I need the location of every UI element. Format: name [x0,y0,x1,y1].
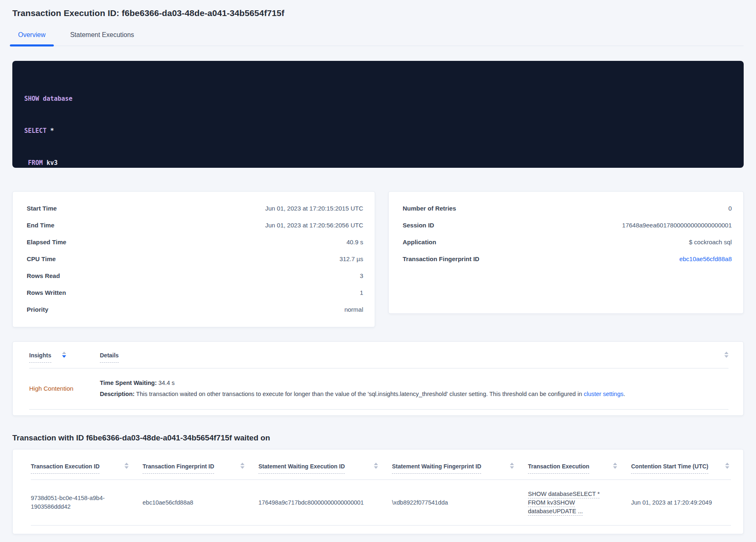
stat-row-start-time: Start Time Jun 01, 2023 at 17:20:15:2015… [27,204,363,213]
sort-arrows-icon[interactable] [62,352,66,358]
stat-value: 0 [728,204,732,213]
cell-transaction-execution: SHOW databaseSELECT * FROM kv3SHOW datab… [528,490,631,516]
stat-label: Session ID [403,221,434,229]
stat-value: 17648a9eea6017800000000000000001 [622,221,732,229]
stat-label: Number of Retries [403,204,456,213]
col-transaction-execution: Transaction Execution [528,463,631,474]
tab-statement-executions[interactable]: Statement Executions [68,31,137,46]
sql-line: SELECT * [24,125,727,136]
stat-label: Elapsed Time [27,238,66,246]
time-spent-waiting: Time Spent Waiting: 34.4 s [100,378,728,387]
stat-row-rows-read: Rows Read 3 [27,271,363,280]
summary-cards-row: Start Time Jun 01, 2023 at 17:20:15:2015… [12,191,744,327]
stat-row-application: Application $ cockroach sql [403,238,732,246]
stat-value: 40.9 s [346,238,363,246]
waited-on-table-card: Transaction Execution ID Transaction Fin… [12,449,744,534]
execution-times-card: Start Time Jun 01, 2023 at 17:20:15:2015… [12,191,375,327]
sort-arrows-icon[interactable] [725,463,729,469]
stat-row-elapsed-time: Elapsed Time 40.9 s [27,238,363,246]
stat-label: End Time [27,221,54,229]
col-contention-start-time: Contention Start Time (UTC) [631,463,731,474]
col-statement-waiting-fingerprint-id: Statement Waiting Fingerprint ID [392,463,528,474]
sql-statements-box: SHOW database SELECT * FROM kv3 SHOW dat… [12,61,744,168]
stat-value: Jun 01, 2023 at 17:20:15:2015 UTC [265,204,363,213]
details-sort-header[interactable]: Details [100,352,119,363]
insights-sort-header[interactable]: Insights [29,352,51,363]
transaction-execution-link[interactable]: SHOW databaseSELECT * FROM kv3SHOW datab… [528,490,600,516]
stat-label: Priority [27,305,48,314]
sort-arrows-icon[interactable] [510,463,514,469]
stat-value: Jun 01, 2023 at 17:20:56:2056 UTC [265,221,363,229]
insight-description: Description: This transaction waited on … [100,389,728,398]
page-title: Transaction Execution ID: f6be6366-da03-… [12,8,744,18]
cell-transaction-fingerprint-id: ebc10ae56cfd88a8 [143,498,258,507]
sort-arrows-icon[interactable] [613,463,617,469]
sql-line: SHOW database [24,93,727,104]
insight-row-high-contention: High Contention Time Spent Waiting: 34.4… [29,368,728,410]
insights-table-header: Insights Details [29,352,728,368]
tab-overview[interactable]: Overview [16,31,48,46]
stat-value: normal [344,305,363,314]
waited-on-table-header: Transaction Execution ID Transaction Fin… [31,463,731,480]
stat-value: 3 [360,271,363,280]
stat-label: Rows Read [27,271,60,280]
stat-label: Application [403,238,436,246]
details-column-header: Details [100,352,728,363]
insight-details: Time Spent Waiting: 34.4 s Description: … [100,378,728,398]
stat-label: Start Time [27,204,57,213]
transaction-details-page: Transaction Execution ID: f6be6366-da03-… [0,0,756,534]
cell-statement-waiting-fingerprint-id: \xdb8922f077541dda [392,498,528,507]
cell-contention-start-time: Jun 01, 2023 at 17:20:49:2049 [631,498,731,507]
insights-table-card: Insights Details High Contention Time Sp… [12,341,744,416]
col-transaction-fingerprint-id: Transaction Fingerprint ID [143,463,258,474]
stat-row-end-time: End Time Jun 01, 2023 at 17:20:56:2056 U… [27,221,363,229]
sort-arrows-icon[interactable] [724,352,728,358]
sql-line: FROM kv3 [24,158,727,168]
insights-column-header: Insights [29,352,100,363]
stat-row-rows-written: Rows Written 1 [27,288,363,297]
waited-on-heading: Transaction with ID f6be6366-da03-48de-a… [12,433,744,442]
stat-value: $ cockroach sql [689,238,732,246]
sort-arrows-icon[interactable] [124,463,129,469]
transaction-fingerprint-link[interactable]: ebc10ae56cfd88a8 [679,255,732,263]
stat-row-priority: Priority normal [27,305,363,314]
stat-value: 1 [360,288,363,297]
stat-label: Transaction Fingerprint ID [403,255,479,263]
waited-on-table-row: 9738d051-bc0e-4158-a9b4-1903586ddd42 ebc… [31,480,731,526]
stat-label: Rows Written [27,288,66,297]
stat-row-session-id: Session ID 17648a9eea6017800000000000000… [403,221,732,229]
stat-row-transaction-fingerprint-id: Transaction Fingerprint ID ebc10ae56cfd8… [403,255,732,263]
insight-type-label: High Contention [29,385,100,392]
stat-row-cpu-time: CPU Time 312.7 µs [27,255,363,263]
cell-statement-waiting-execution-id: 176498a9c717bdc80000000000000001 [258,498,392,507]
cell-transaction-execution-id: 9738d051-bc0e-4158-a9b4-1903586ddd42 [31,494,143,511]
session-info-card: Number of Retries 0 Session ID 17648a9ee… [388,191,744,314]
cluster-settings-link[interactable]: cluster settings [584,391,624,397]
col-statement-waiting-execution-id: Statement Waiting Execution ID [258,463,392,474]
stat-row-retries: Number of Retries 0 [403,204,732,213]
tab-bar: Overview Statement Executions [12,28,744,46]
sort-arrows-icon[interactable] [240,463,244,469]
col-transaction-execution-id: Transaction Execution ID [31,463,143,474]
stat-label: CPU Time [27,255,56,263]
stat-value: 312.7 µs [339,255,363,263]
sort-arrows-icon[interactable] [374,463,378,469]
